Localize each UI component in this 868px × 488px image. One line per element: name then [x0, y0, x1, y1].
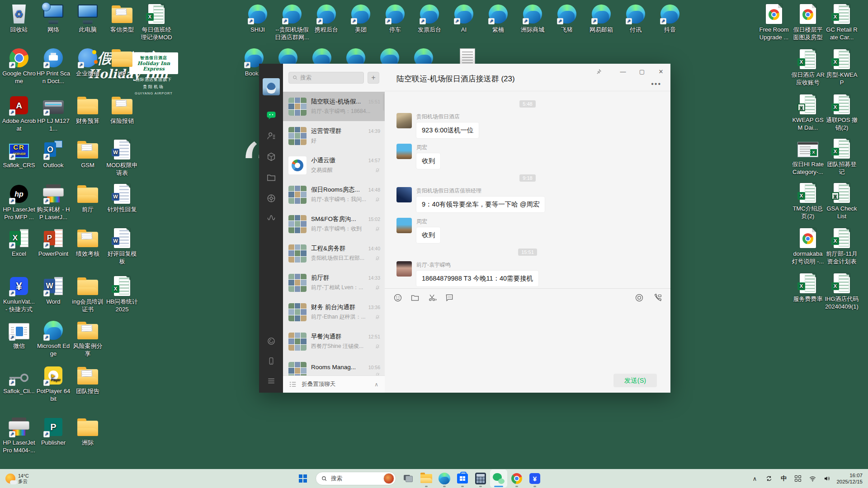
- desktop-icon-回收站[interactable]: ♻回收站: [2, 4, 36, 33]
- desktop-icon-通联POS 撤销(2)[interactable]: X通联POS 撤销(2): [825, 94, 859, 131]
- message-avatar[interactable]: [396, 261, 412, 277]
- desktop-icon-洲际[interactable]: 洲际: [71, 417, 105, 446]
- desktop-icon-dormakaba 灯号说明 -...[interactable]: dormakaba 灯号说明 -...: [791, 228, 825, 265]
- desktop-icon-企业微信[interactable]: ↗企业微信: [71, 47, 105, 77]
- chat-list-item[interactable]: 财务 前台沟通群13:36前厅-Ethan 赵梓淇：...: [283, 297, 385, 327]
- desktop-icon-AI[interactable]: ↗AI: [447, 4, 481, 33]
- taskbar-kunlun-button[interactable]: ¥: [526, 469, 543, 488]
- desktop-icon-此电脑[interactable]: 此电脑: [71, 4, 105, 33]
- hidden-icons-chevron[interactable]: ∧: [750, 472, 760, 485]
- chat-list-item[interactable]: SM&FO客房沟...15:02前厅-袁宇嵘鸣：收到: [283, 209, 385, 239]
- desktop-icon-付讯[interactable]: ↗付讯: [618, 4, 653, 33]
- pin-window-button[interactable]: [593, 66, 604, 76]
- desktop-icon-TMC介绍总页(2)[interactable]: XTMC介绍总页(2): [791, 183, 825, 220]
- chat-list-item[interactable]: 运营管理群14:39好: [283, 121, 385, 150]
- desktop-icon-GSA Check List[interactable]: XGSA Check List: [825, 183, 859, 220]
- message-avatar[interactable]: [396, 218, 412, 233]
- desktop-icon-Saflok_CRS[interactable]: CRSERVER↗Saflok_CRS: [2, 139, 36, 169]
- desktop-icon-Adobe Acrobat[interactable]: A↗Adobe Acrobat: [2, 95, 36, 132]
- desktop-icon-网络[interactable]: 网络: [36, 4, 71, 33]
- desktop-icon-ing会员培训证书[interactable]: ing会员培训证书: [71, 276, 105, 313]
- channels-tab-icon[interactable]: [266, 214, 277, 225]
- taskbar-calculator-button[interactable]: [472, 469, 489, 488]
- taskbar-search[interactable]: 搜索: [316, 472, 396, 485]
- desktop-icon-购买耗材 - HP LaserJ...[interactable]: ↗购买耗材 - HP LaserJ...: [36, 183, 71, 221]
- send-file-icon[interactable]: [410, 293, 420, 303]
- video-call-icon[interactable]: [652, 293, 662, 303]
- chat-list-item[interactable]: 前厅群14:33前厅-丁相斌 Lven：...: [283, 268, 385, 297]
- contacts-tab-icon[interactable]: [266, 131, 277, 141]
- miniprogram-icon[interactable]: [266, 336, 277, 347]
- desktop-icon-假日酒店 AR 应收账号[interactable]: X假日酒店 AR 应收账号: [791, 49, 825, 86]
- taskbar-edge-button[interactable]: [436, 469, 453, 488]
- maximize-button[interactable]: ▢: [636, 66, 648, 76]
- weather-widget[interactable]: 14°C 多云: [3, 469, 31, 488]
- desktop-icon-IHG酒店代码20240409(1)[interactable]: XIHG酒店代码20240409(1): [825, 273, 859, 310]
- desktop-icon-假日HI Rate Category-...[interactable]: X假日HI Rate Category-...: [791, 138, 825, 176]
- desktop-icon-KWEAP GSM Dai...[interactable]: XKWEAP GSM Dai...: [791, 94, 825, 131]
- desktop-icon-微信[interactable]: ↗微信: [2, 320, 36, 350]
- message-avatar[interactable]: [396, 144, 412, 159]
- ime-indicator[interactable]: 中: [778, 472, 788, 485]
- desktop-icon-前厅部-11月资金计划表[interactable]: X前厅部-11月资金计划表: [825, 228, 859, 265]
- chat-list-item[interactable]: 小通云缴14:57交易提醒: [283, 150, 385, 180]
- desktop-icon-飞猪[interactable]: ↗飞猪: [550, 4, 584, 33]
- desktop-icon-绩效考核[interactable]: 绩效考核: [71, 228, 105, 258]
- phone-icon[interactable]: [266, 356, 277, 366]
- favorites-tab-icon[interactable]: [266, 151, 277, 162]
- screenshot-icon[interactable]: [427, 293, 437, 303]
- taskbar-store-button[interactable]: [454, 469, 471, 488]
- desktop-icon-HP LaserJet Pro MFP ...[interactable]: hp↗HP LaserJet Pro MFP ...: [2, 183, 36, 221]
- desktop-icon-Microsoft Edge[interactable]: ↗Microsoft Edge: [36, 320, 71, 357]
- desktop-icon-PotPlayer 64 bit[interactable]: ▶Player↗PotPlayer 64 bit: [36, 365, 71, 403]
- desktop-icon-Saflok_Cli...[interactable]: ↗Saflok_Cli...: [2, 365, 36, 395]
- chat-list-item[interactable]: 假日Rooms房态...14:48前厅-袁宇嵘鸣：我问...: [283, 180, 385, 209]
- voice-message-icon[interactable]: [634, 293, 644, 303]
- desktop-icon-房型-KWEAP[interactable]: X房型-KWEAP: [825, 49, 859, 86]
- menu-icon[interactable]: [266, 375, 277, 386]
- minimize-button[interactable]: —: [617, 66, 629, 76]
- desktop-icon-KunlunVat... - 快捷方式[interactable]: ¥↗KunlunVat... - 快捷方式: [2, 276, 36, 313]
- desktop-icon-发票后台[interactable]: ↗发票后台: [412, 4, 447, 33]
- chat-list-item[interactable]: 工程&房务群14:40贵阳机场假日工程部...: [283, 239, 385, 268]
- desktop-icon-HP LaserJet Pro M404-...[interactable]: ↗HP LaserJet Pro M404-...: [2, 417, 36, 454]
- desktop-icon-Outlook[interactable]: O↗Outlook: [36, 139, 71, 169]
- input-mode-icon[interactable]: [793, 472, 803, 485]
- taskbar-wechat-button[interactable]: [490, 469, 507, 488]
- desktop-icon-HB问卷统计2025[interactable]: XHB问卷统计2025: [105, 276, 139, 313]
- desktop-icon-团队报告[interactable]: 团队报告: [71, 365, 105, 395]
- add-chat-button[interactable]: +: [368, 72, 379, 84]
- desktop-icon-Free Room Upgrade ...[interactable]: Free Room Upgrade ...: [757, 4, 791, 41]
- chat-list-scrollbar[interactable]: [383, 94, 384, 111]
- desktop-icon-Excel[interactable]: X↗Excel: [2, 228, 36, 258]
- chat-list-item[interactable]: 早餐沟通群12:51西餐厅Shine 汪锡俊...: [283, 327, 385, 356]
- desktop-icon-Publisher[interactable]: P↗Publisher: [36, 417, 71, 446]
- message-avatar[interactable]: [396, 187, 412, 202]
- desktop-icon-保险报销[interactable]: 保险报销: [105, 95, 139, 125]
- user-avatar[interactable]: [263, 78, 280, 95]
- desktop-icon-假日楼层平面图及房型统...[interactable]: 假日楼层平面图及房型统...: [791, 4, 825, 42]
- desktop-icon-每日值班经理记录MOD1...[interactable]: X每日值班经理记录MOD1...: [139, 4, 174, 42]
- taskbar-taskview-button[interactable]: [400, 469, 417, 488]
- volume-icon[interactable]: [822, 472, 832, 485]
- desktop-icon-MOD权限申请表[interactable]: WMOD权限申请表: [105, 139, 139, 177]
- chat-tab-icon[interactable]: [266, 110, 277, 121]
- chat-history-icon[interactable]: [444, 293, 454, 303]
- start-button[interactable]: [294, 469, 312, 488]
- desktop-icon-前厅[interactable]: 前厅: [71, 183, 105, 213]
- desktop-icon---贵阳机场假日酒店群网...[interactable]: ↗--贵阳机场假日酒店群网...: [275, 4, 309, 41]
- desktop-icon-HP[interactable]: HP: [105, 47, 139, 77]
- desktop-icon-客信类型[interactable]: 客信类型: [105, 4, 139, 33]
- desktop-icon-停车[interactable]: ↗停车: [378, 4, 412, 33]
- send-button[interactable]: 发送(S): [613, 374, 657, 387]
- desktop-icon-紫楠[interactable]: ↗紫楠: [481, 4, 515, 33]
- desktop-icon-洲际商城[interactable]: ↗洲际商城: [515, 4, 550, 33]
- network-icon[interactable]: [807, 472, 817, 485]
- desktop-icon-服务费费率[interactable]: X服务费费率: [791, 273, 825, 303]
- desktop-icon-好评回复模板[interactable]: W好评回复模板: [105, 228, 139, 265]
- desktop-icon-抖音[interactable]: ↗抖音: [653, 4, 687, 33]
- taskbar-chrome-button[interactable]: [508, 469, 525, 488]
- desktop-icon-美团[interactable]: ↗美团: [344, 4, 378, 33]
- desktop-icon-携程后台[interactable]: ↗携程后台: [309, 4, 344, 33]
- desktop-icon-PowerPoint[interactable]: P↗PowerPoint: [36, 228, 71, 258]
